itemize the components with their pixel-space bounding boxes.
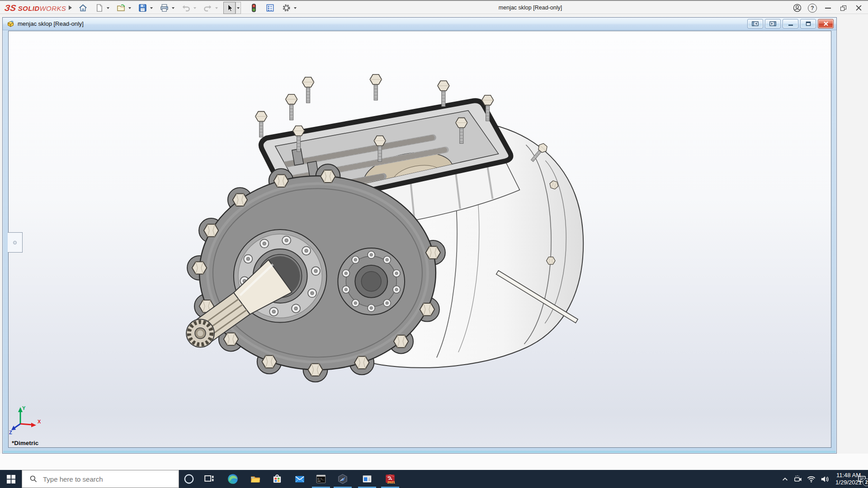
file-explorer-icon <box>250 473 261 485</box>
document-window: menjac sklop [Read-only] <box>2 17 837 454</box>
minimize-document-button[interactable] <box>783 19 798 28</box>
app-titlebar: ЗS SOLIDWORKS <box>0 0 868 14</box>
task-view-button[interactable] <box>199 470 219 488</box>
undo-icon <box>181 3 191 13</box>
status-bar <box>0 454 868 470</box>
search-input[interactable] <box>42 475 155 483</box>
redo-icon <box>203 3 212 13</box>
chevron-up-icon <box>780 474 790 484</box>
triad-x-label: X <box>38 419 41 424</box>
splitter-handle-icon <box>13 241 17 244</box>
file-explorer-button[interactable] <box>245 470 265 488</box>
restore-document-button[interactable] <box>800 19 816 28</box>
windows-taskbar: C:\_ 2021 <box>0 470 868 488</box>
undo-dropdown[interactable] <box>192 2 198 14</box>
cortana-icon <box>183 473 195 485</box>
toggle-right-pane-button[interactable] <box>765 19 781 28</box>
meet-now-button[interactable] <box>792 470 804 488</box>
restore-button[interactable] <box>837 3 849 14</box>
restore-document-icon <box>806 21 811 26</box>
solidworks-year-label: 2021 <box>387 480 395 484</box>
right-pane-icon <box>769 21 776 26</box>
document-frame-bottom-edge <box>3 450 836 453</box>
undo-button[interactable] <box>180 2 192 14</box>
select-tool-button[interactable] <box>223 2 236 14</box>
microsoft-store-button[interactable] <box>267 470 287 488</box>
solidworks-logo: ЗS SOLIDWORKS <box>5 3 66 13</box>
hexagon-app-icon <box>337 473 349 485</box>
microsoft-store-icon <box>271 473 283 485</box>
select-tool-dropdown[interactable] <box>236 2 241 14</box>
mail-icon <box>294 473 306 485</box>
open-folder-icon <box>116 3 126 13</box>
rebuild-traffic-light-icon <box>249 3 259 13</box>
document-title: menjac sklop [Read-only] <box>18 20 84 27</box>
left-pane-icon <box>752 21 759 26</box>
document-titlebar[interactable]: menjac sklop [Read-only] <box>3 18 836 30</box>
meet-now-camera-icon <box>793 474 803 484</box>
app-window-button[interactable] <box>357 470 377 488</box>
toggle-left-pane-button[interactable] <box>747 19 763 28</box>
command-prompt-button[interactable]: C:\_ <box>311 470 331 488</box>
triad-z-label: Z <box>9 430 12 435</box>
feature-panel-splitter-tab[interactable] <box>8 232 23 253</box>
assembly-document-icon <box>6 19 15 28</box>
gear-icon <box>282 3 291 13</box>
help-button[interactable]: ? <box>807 3 818 14</box>
save-dropdown[interactable] <box>149 2 154 14</box>
close-document-button[interactable] <box>818 19 834 28</box>
print-button[interactable] <box>158 2 170 14</box>
close-icon <box>855 5 862 11</box>
print-icon <box>160 3 169 13</box>
account-icon <box>793 3 802 13</box>
cmd-prompt-text: C:\_ <box>317 478 324 481</box>
edge-button[interactable] <box>223 470 243 488</box>
wifi-icon <box>806 474 816 484</box>
cortana-button[interactable] <box>179 470 199 488</box>
select-cursor-icon <box>225 3 234 13</box>
redo-button[interactable] <box>202 2 214 14</box>
close-document-icon <box>823 21 829 26</box>
print-dropdown[interactable] <box>170 2 176 14</box>
notification-badge[interactable]: 2 <box>863 479 868 486</box>
solidworks-desktop: ЗS SOLIDWORKS <box>0 0 868 488</box>
open-dropdown[interactable] <box>127 2 132 14</box>
home-icon <box>78 3 88 13</box>
network-button[interactable] <box>805 470 817 488</box>
start-button[interactable] <box>0 470 22 488</box>
help-icon: ? <box>808 4 817 13</box>
edge-icon <box>227 473 239 485</box>
minimize-button[interactable] <box>822 3 834 14</box>
options-dropdown[interactable] <box>292 2 298 14</box>
new-document-dropdown[interactable] <box>105 2 111 14</box>
view-orientation-label: *Dimetric <box>12 440 38 446</box>
redo-dropdown[interactable] <box>214 2 219 14</box>
hexagon-app-button[interactable] <box>333 470 353 488</box>
command-prompt-icon: C:\_ <box>315 473 327 485</box>
tray-expand-button[interactable] <box>778 470 791 488</box>
app-window-icon <box>361 473 373 485</box>
solidworks-taskbar-button[interactable]: 2021 <box>380 470 400 488</box>
menu-expand-arrow-icon[interactable] <box>69 5 72 10</box>
solidworks-app-icon: 2021 <box>384 473 396 485</box>
file-properties-icon <box>265 3 275 13</box>
gearbox-3d-model[interactable] <box>9 31 831 447</box>
windows-logo-icon <box>7 475 15 483</box>
open-button[interactable] <box>115 2 127 14</box>
options-button[interactable] <box>280 2 292 14</box>
document-window-controls <box>747 19 834 28</box>
minimize-icon <box>825 8 831 9</box>
save-button[interactable] <box>137 2 149 14</box>
home-button[interactable] <box>77 2 89 14</box>
account-button[interactable] <box>791 3 803 14</box>
close-app-button[interactable] <box>853 3 864 14</box>
graphics-viewport[interactable]: Y X Z *Dimetric <box>8 31 831 448</box>
minimize-document-icon <box>788 22 793 26</box>
rebuild-button[interactable] <box>248 2 260 14</box>
new-document-button[interactable] <box>93 2 105 14</box>
task-view-icon <box>203 473 215 485</box>
taskbar-search-box[interactable] <box>22 470 179 488</box>
mail-button[interactable] <box>290 470 310 488</box>
file-properties-button[interactable] <box>264 2 276 14</box>
logo-3ds-mark: ЗS <box>4 3 17 13</box>
